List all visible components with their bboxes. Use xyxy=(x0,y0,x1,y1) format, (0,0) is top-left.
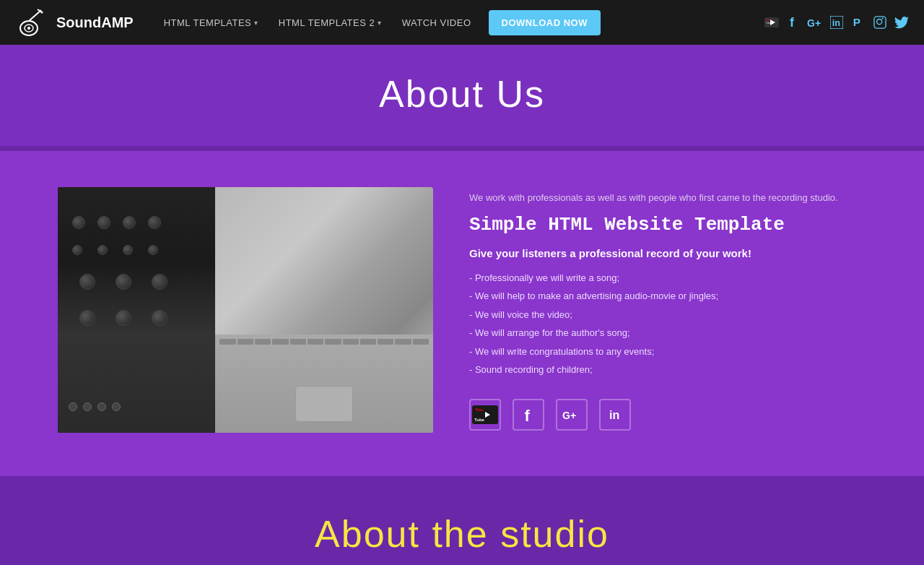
nav-html-templates[interactable]: HTML TEMPLATES ▾ xyxy=(155,12,267,34)
content-list: - Professionally we will write a song; -… xyxy=(469,271,866,377)
hero-banner: About Us xyxy=(0,45,924,148)
content-social-icons: You Tube f G+ xyxy=(469,399,866,431)
content-facebook-icon[interactable]: f xyxy=(513,399,544,431)
knob-9 xyxy=(79,274,95,290)
knob-12 xyxy=(79,310,95,326)
navbar: SoundAMP HTML TEMPLATES ▾ HTML TEMPLATES… xyxy=(0,0,924,45)
nav-social-icons: You Tube f G+ in P xyxy=(764,14,910,30)
svg-point-7 xyxy=(27,27,30,30)
content-subtitle: We work with professionals as well as wi… xyxy=(469,191,866,205)
nav-pinterest-icon[interactable]: P xyxy=(850,14,866,30)
list-item: - We will voice the video; xyxy=(469,308,866,322)
content-heading: Simple HTML Website Template xyxy=(469,214,866,236)
dropdown-arrow-1: ▾ xyxy=(254,19,258,27)
knob-11 xyxy=(152,274,167,290)
knob-7 xyxy=(123,245,133,255)
touchpad xyxy=(295,386,353,422)
svg-line-3 xyxy=(29,11,40,21)
knob-13 xyxy=(116,310,131,326)
svg-text:f: f xyxy=(525,407,531,423)
footer-title: About the studio xyxy=(14,512,910,556)
xlr-jack-1 xyxy=(69,402,77,411)
footer-banner: About the studio xyxy=(0,476,924,565)
svg-point-6 xyxy=(41,12,43,14)
list-item: - Professionally we will write a song; xyxy=(469,271,866,285)
content-linkedin-icon[interactable]: in xyxy=(599,399,631,431)
svg-text:Tube: Tube xyxy=(766,22,771,25)
knob-3 xyxy=(123,216,136,229)
xlr-jack-3 xyxy=(97,402,106,411)
nav-html-templates-2[interactable]: HTML TEMPLATES 2 ▾ xyxy=(270,12,391,34)
dropdown-arrow-2: ▾ xyxy=(378,19,382,27)
list-item: - Sound recording of children; xyxy=(469,363,866,377)
knob-1 xyxy=(72,216,85,229)
download-now-button[interactable]: DOWNLOAD NOW xyxy=(489,10,601,35)
nav-linkedin-icon[interactable]: in xyxy=(829,14,845,30)
knob-4 xyxy=(148,216,161,229)
knob-2 xyxy=(97,216,110,229)
nav-instagram-icon[interactable] xyxy=(872,14,888,30)
nav-facebook-icon[interactable]: f xyxy=(785,14,801,30)
knob-6 xyxy=(97,245,108,255)
svg-rect-17 xyxy=(874,17,886,28)
knob-14 xyxy=(152,310,167,326)
svg-text:in: in xyxy=(609,409,619,421)
main-content: We work with professionals as well as wi… xyxy=(0,151,924,476)
brand-logo-link[interactable]: SoundAMP xyxy=(14,5,134,40)
xlr-jack-4 xyxy=(112,402,121,411)
brand-name: SoundAMP xyxy=(56,14,134,31)
knob-8 xyxy=(148,245,158,255)
guitar-icon xyxy=(14,5,49,40)
content-tagline: Give your listeners a professional recor… xyxy=(469,247,866,259)
laptop-panel xyxy=(215,187,433,433)
svg-text:in: in xyxy=(832,18,840,28)
nav-watch-video[interactable]: WATCH VIDEO xyxy=(393,12,480,34)
hero-title: About Us xyxy=(14,72,910,116)
studio-image xyxy=(58,187,433,433)
list-item: - We will write congratulations to any e… xyxy=(469,345,866,359)
content-youtube-icon[interactable]: You Tube xyxy=(469,399,501,431)
svg-text:G+: G+ xyxy=(807,17,821,28)
svg-point-18 xyxy=(877,20,882,25)
nav-google-plus-icon[interactable]: G+ xyxy=(807,14,823,30)
svg-marker-20 xyxy=(485,412,490,418)
knob-5 xyxy=(72,245,82,255)
content-text: We work with professionals as well as wi… xyxy=(469,187,866,431)
nav-youtube-icon[interactable]: You Tube xyxy=(764,14,780,30)
content-google-plus-icon[interactable]: G+ xyxy=(556,399,588,431)
svg-point-19 xyxy=(882,18,884,20)
list-item: - We will help to make an advertising au… xyxy=(469,289,866,303)
nav-links: HTML TEMPLATES ▾ HTML TEMPLATES 2 ▾ WATC… xyxy=(155,10,749,35)
list-item: - We will arrange for the author's song; xyxy=(469,326,866,340)
xlr-jack-2 xyxy=(83,402,92,411)
knob-10 xyxy=(116,274,131,290)
svg-text:P: P xyxy=(853,16,860,28)
svg-text:f: f xyxy=(790,15,795,30)
nav-twitter-icon[interactable] xyxy=(894,14,910,30)
svg-text:G+: G+ xyxy=(562,410,576,420)
